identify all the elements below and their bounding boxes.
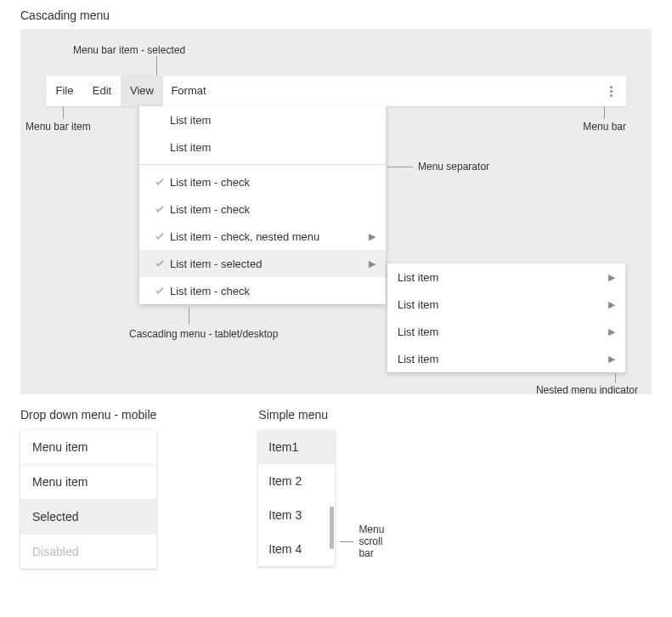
simple-menu-item-selected[interactable]: Item1 bbox=[258, 430, 335, 464]
dropdown-mobile-example: Drop down menu - mobile Menu item Menu i… bbox=[20, 408, 156, 569]
label-menubar-item: Menu bar item bbox=[25, 121, 91, 133]
chevron-right-icon: ▶ bbox=[608, 326, 615, 337]
menu-item[interactable]: List item▶ bbox=[387, 318, 625, 345]
check-icon bbox=[150, 258, 170, 269]
menu-item-text: List item bbox=[170, 141, 376, 154]
line bbox=[63, 106, 64, 119]
nested-menu: List item▶ List item▶ List item▶ List it… bbox=[387, 263, 625, 372]
mobile-menu-item-disabled: Disabled bbox=[20, 535, 156, 569]
menu-item-text: List item - check bbox=[170, 203, 376, 216]
menu-item-text: List item bbox=[170, 114, 376, 127]
menubar-item-edit[interactable]: Edit bbox=[83, 76, 121, 106]
menu-item-text: List item bbox=[398, 298, 608, 311]
mobile-menu-item[interactable]: Menu item bbox=[20, 465, 156, 500]
section-title-cascading: Cascading menu bbox=[20, 8, 672, 22]
menu-item[interactable]: List item bbox=[139, 133, 386, 161]
menu-item-text: List item bbox=[398, 353, 608, 365]
section-title-simple: Simple menu bbox=[258, 408, 335, 422]
check-icon bbox=[150, 203, 170, 215]
line bbox=[615, 373, 616, 383]
section-title-dropdown-mobile: Drop down menu - mobile bbox=[20, 408, 156, 422]
line bbox=[387, 167, 413, 167]
simple-menu-item[interactable]: Item 2 bbox=[258, 464, 335, 498]
chevron-right-icon: ▶ bbox=[369, 231, 376, 242]
simple-menu-example: Simple menu Item1 Item 2 Item 3 Item 4 M… bbox=[258, 408, 335, 569]
menu-item[interactable]: List item bbox=[139, 106, 386, 133]
check-icon bbox=[150, 285, 170, 297]
menubar-spacer bbox=[214, 76, 596, 106]
menu-item-text: List item - check bbox=[170, 285, 376, 297]
label-nested-indicator: Nested menu indicator bbox=[536, 384, 638, 396]
menu-item[interactable]: List item▶ bbox=[387, 291, 625, 318]
line bbox=[604, 106, 605, 119]
menu-item-text: List item - selected bbox=[170, 258, 369, 270]
mobile-menu-item-selected[interactable]: Selected bbox=[20, 500, 156, 535]
menu-item-text: List item - check, nested menu bbox=[170, 230, 369, 243]
line bbox=[189, 308, 189, 325]
line bbox=[156, 56, 157, 76]
more-vert-icon[interactable] bbox=[596, 76, 626, 106]
chevron-right-icon: ▶ bbox=[608, 299, 615, 310]
simple-menu-item[interactable]: Item 4 bbox=[258, 532, 335, 566]
menu-item[interactable]: List item - check bbox=[139, 195, 386, 223]
mobile-menu: Menu item Menu item Selected Disabled bbox=[20, 430, 156, 569]
label-menu-separator: Menu separator bbox=[418, 161, 489, 173]
menu-item-text: List item bbox=[398, 271, 608, 284]
menu-item-text: List item - check bbox=[170, 176, 376, 189]
menu-item[interactable]: List item▶ bbox=[387, 263, 625, 291]
label-cascading-desc: Cascading menu - tablet/desktop bbox=[129, 328, 278, 340]
mobile-menu-item[interactable]: Menu item bbox=[20, 430, 156, 465]
label-menubar: Menu bar bbox=[583, 121, 626, 133]
menu-item[interactable]: List item - check bbox=[139, 168, 386, 195]
cascading-area: Menu bar item - selected File Edit View … bbox=[20, 29, 652, 394]
chevron-right-icon: ▶ bbox=[369, 258, 376, 269]
menu-item-text: List item bbox=[398, 325, 608, 338]
label-menu-scrollbar-row: Menu scroll bar bbox=[340, 524, 396, 559]
chevron-right-icon: ▶ bbox=[608, 272, 615, 283]
line bbox=[340, 541, 353, 542]
dropdown-menu: List item List item List item - check Li… bbox=[139, 106, 386, 304]
menu-item[interactable]: List item - check, nested menu▶ bbox=[139, 223, 386, 250]
menubar-item-format[interactable]: Format bbox=[163, 76, 214, 106]
menubar-item-file[interactable]: File bbox=[46, 76, 83, 106]
check-icon bbox=[150, 176, 170, 188]
scrollbar[interactable] bbox=[330, 507, 334, 549]
simple-menu: Item1 Item 2 Item 3 Item 4 bbox=[258, 430, 335, 566]
menubar: File Edit View Format bbox=[46, 76, 626, 106]
simple-menu-item[interactable]: Item 3 bbox=[258, 498, 335, 532]
menu-item[interactable]: List item▶ bbox=[387, 345, 625, 372]
menu-item-selected[interactable]: List item - selected▶ bbox=[139, 250, 386, 277]
menu-item[interactable]: List item - check bbox=[139, 277, 386, 304]
menubar-item-view[interactable]: View bbox=[121, 76, 163, 106]
chevron-right-icon: ▶ bbox=[608, 354, 615, 365]
label-menubar-item-selected: Menu bar item - selected bbox=[73, 44, 185, 56]
label-menu-scrollbar: Menu scroll bar bbox=[359, 524, 396, 559]
menu-separator bbox=[139, 164, 386, 165]
check-icon bbox=[150, 230, 170, 242]
